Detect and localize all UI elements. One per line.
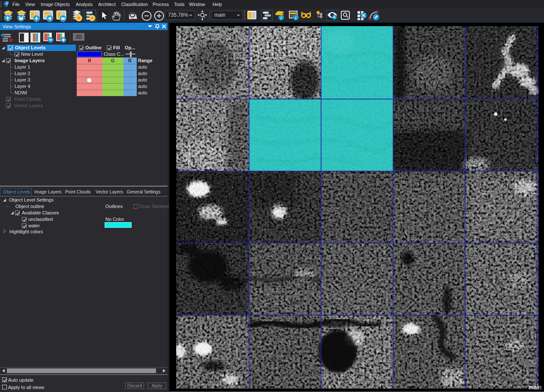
svg-text:i: i — [281, 15, 282, 20]
svg-text:i: i — [295, 15, 297, 20]
